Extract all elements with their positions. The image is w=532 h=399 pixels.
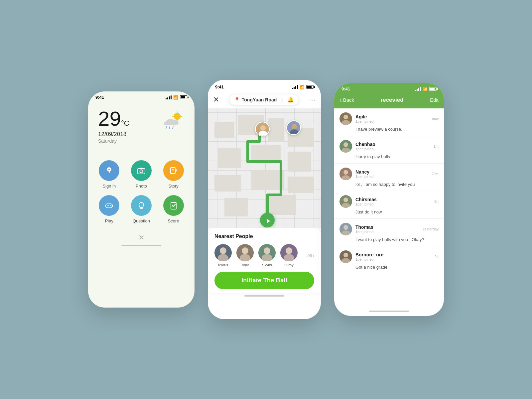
message-item-bornore_ure[interactable]: Bornore_ure 1per joined 2d Got a nice gr…: [334, 246, 444, 274]
message-item-chenhao[interactable]: Chenhao 1per joined 1m Hurry to play bal…: [334, 136, 444, 164]
message-item-nancy[interactable]: Nancy 1per joined 20m lol , I am so happ…: [334, 164, 444, 191]
close-button[interactable]: ✕: [88, 233, 195, 242]
message-avatar: [339, 223, 352, 235]
svg-point-23: [111, 205, 112, 206]
message-time: Yesterday: [422, 227, 439, 231]
edit-button[interactable]: Edit: [430, 97, 439, 103]
avatar-pin-1: [255, 122, 270, 136]
svg-rect-14: [138, 169, 145, 174]
message-time: 1m: [434, 144, 439, 148]
menu-item-play[interactable]: Play: [95, 195, 124, 223]
status-icons-1: 📶: [166, 95, 187, 100]
message-item-agile[interactable]: Agile 1per joined now I have preview a c…: [334, 108, 444, 136]
message-sub: 1per joined: [355, 175, 432, 179]
svg-point-28: [260, 125, 266, 131]
message-name: Thomas: [355, 224, 422, 230]
home-bar-2: [208, 293, 321, 301]
person-skymi[interactable]: Skymi: [258, 244, 276, 267]
message-name: Chirsmas: [355, 197, 435, 202]
person-avatar: [214, 244, 232, 261]
person-icarus[interactable]: Icarus: [214, 244, 232, 267]
svg-point-48: [341, 203, 350, 208]
story-icon: [163, 160, 184, 181]
menu-item-question[interactable]: Question: [127, 195, 156, 223]
message-name: Agile: [355, 114, 432, 119]
svg-point-34: [218, 254, 228, 261]
menu-item-story[interactable]: Story: [159, 160, 188, 189]
weather-icon: [161, 111, 185, 133]
status-time-2: 9:41: [215, 84, 224, 89]
svg-point-0: [174, 113, 181, 120]
svg-line-10: [169, 126, 170, 129]
phone-1: 9:41 📶 29°C 12/09/2018 Saturday: [88, 91, 195, 308]
avatar-pin-2: [286, 120, 301, 135]
message-time: now: [432, 117, 439, 121]
svg-point-35: [242, 247, 248, 254]
message-item-chirsmas[interactable]: Chirsmas 1per joined 5h Just do it now: [334, 191, 444, 219]
signal-icon: [166, 95, 172, 99]
signal-icon-3: [415, 87, 421, 91]
message-avatar: [339, 250, 352, 263]
message-avatar: [339, 140, 352, 153]
message-sub: 1per joined: [355, 230, 422, 234]
svg-point-36: [240, 254, 250, 261]
map-area: ▲: [208, 108, 321, 228]
wifi-icon-3: 📶: [423, 87, 428, 91]
back-arrow-icon: ‹: [339, 96, 342, 104]
more-options-button[interactable]: ⋯: [309, 96, 316, 104]
message-text: Just do it now: [339, 209, 439, 214]
nav-header: ‹ Back recevied Edit: [334, 93, 444, 108]
location-dot-icon: 📍: [234, 97, 240, 102]
bottom-panel: Nearest People Icarus Tony Skymi: [208, 228, 321, 293]
menu-item-photo[interactable]: Photo: [127, 160, 156, 189]
people-row: Icarus Tony Skymi Luray All ›: [214, 244, 314, 267]
person-luray[interactable]: Luray: [280, 244, 298, 267]
svg-point-37: [264, 247, 270, 254]
message-user-info: Chenhao 1per joined: [355, 142, 434, 151]
person-avatar: [258, 244, 276, 261]
message-user-info: Agile 1per joined: [355, 114, 432, 123]
location-name: TongYuan Road: [242, 97, 277, 102]
back-label: Back: [343, 97, 354, 103]
message-user-info: Chirsmas 1per joined: [355, 197, 435, 206]
message-header: Chenhao 1per joined 1m: [339, 140, 439, 153]
wifi-icon: 📶: [173, 95, 178, 100]
menu-item-sign-in[interactable]: Sign in: [95, 160, 124, 189]
photo-icon: [131, 160, 152, 181]
back-button[interactable]: ‹ Back: [339, 96, 354, 104]
svg-point-39: [286, 247, 292, 254]
phone-2: 9:41 📶 ✕ 📍 TongYuan Road | 🔔 ⋯: [208, 80, 321, 319]
question-icon: [131, 195, 152, 216]
map-header: ✕ 📍 TongYuan Road | 🔔 ⋯: [208, 91, 321, 108]
menu-item-score[interactable]: Score: [159, 195, 188, 223]
svg-rect-8: [164, 122, 177, 125]
location-pill[interactable]: 📍 TongYuan Road | 🔔: [229, 94, 299, 105]
initiate-ball-button[interactable]: Initiate The Ball: [214, 272, 314, 289]
svg-point-50: [341, 230, 350, 235]
sign-in-label: Sign in: [102, 184, 116, 189]
message-sub: 1per joined: [355, 119, 432, 123]
battery-icon: [180, 95, 187, 99]
svg-point-47: [343, 198, 348, 202]
message-name: Chenhao: [355, 142, 434, 147]
date-display: 12/09/2018: [98, 131, 129, 138]
score-label: Score: [168, 218, 179, 223]
message-time: 20m: [432, 172, 439, 176]
status-icons-2: 📶: [292, 85, 314, 89]
person-name: Skymi: [262, 263, 272, 267]
message-time: 2d: [435, 255, 439, 259]
message-text: Got a nice grade.: [339, 265, 439, 270]
person-avatar: [280, 244, 298, 261]
person-avatar: [236, 244, 254, 261]
message-item-thomas[interactable]: Thomas 1per joined Yesterday I want to p…: [334, 219, 444, 246]
close-map-button[interactable]: ✕: [213, 95, 219, 104]
all-people-button[interactable]: All ›: [307, 253, 314, 258]
day-display: Saturday: [98, 138, 129, 144]
svg-point-43: [343, 142, 348, 147]
bell-icon[interactable]: 🔔: [287, 96, 294, 103]
svg-point-52: [341, 258, 350, 263]
temperature-display: 29°C: [98, 108, 129, 129]
home-bar-3: [334, 308, 444, 316]
battery-icon-2: [306, 85, 314, 89]
person-tony[interactable]: Tony: [236, 244, 254, 267]
